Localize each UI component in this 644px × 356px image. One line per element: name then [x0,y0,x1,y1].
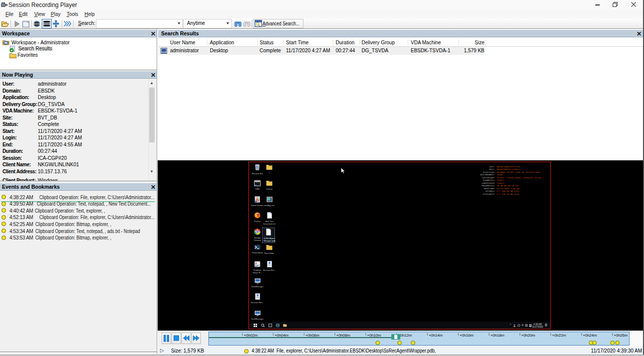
svg-text:11/17/2020: 11/17/2020 [532,325,544,328]
svg-text:4:39 AM: 4:39 AM [534,323,542,325]
